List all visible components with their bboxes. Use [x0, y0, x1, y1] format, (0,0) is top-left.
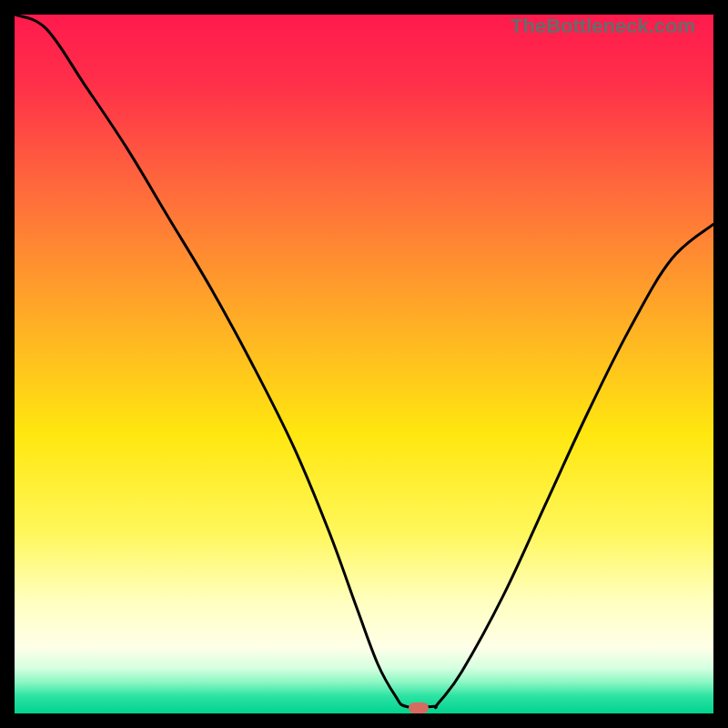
watermark-text: TheBottleneck.com: [511, 15, 695, 38]
bottleneck-curve: [15, 15, 713, 713]
curve-path: [15, 15, 713, 708]
optimum-marker: [409, 703, 429, 713]
chart-frame: TheBottleneck.com: [15, 15, 713, 713]
